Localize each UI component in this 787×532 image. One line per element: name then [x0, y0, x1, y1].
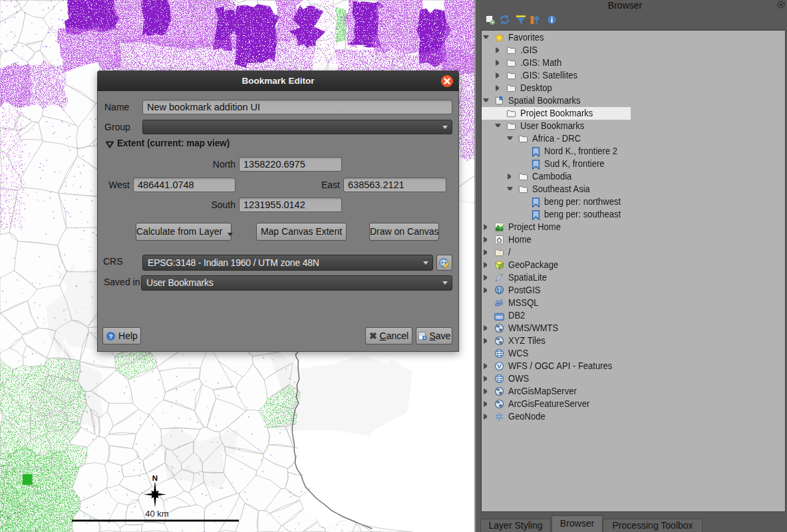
svg-text:40 km: 40 km [145, 509, 168, 519]
svg-text:?: ? [109, 333, 113, 340]
svg-text:N: N [152, 474, 158, 482]
svg-text:DB2: DB2 [496, 315, 503, 319]
